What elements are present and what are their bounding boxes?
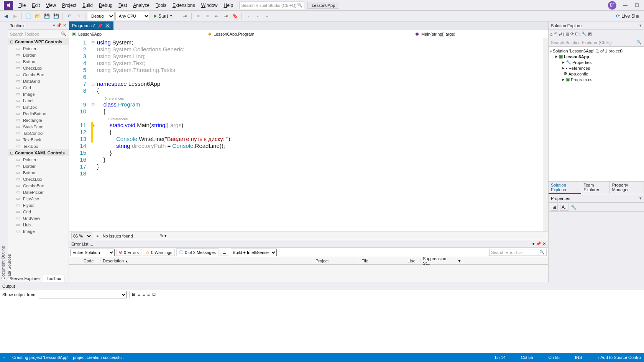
- start-debug-button[interactable]: Start ▼: [151, 12, 176, 20]
- col-suppression[interactable]: Suppression St...: [421, 256, 455, 265]
- filter-button[interactable]: ⚊: [220, 249, 229, 256]
- toolbox-item[interactable]: ▭Grid: [8, 208, 69, 215]
- toolbox-item[interactable]: ▭Border: [8, 163, 69, 169]
- menu-analyze[interactable]: Analyze: [130, 1, 153, 10]
- output-source-dropdown[interactable]: [39, 291, 127, 298]
- output-toolbar-icon[interactable]: ⊟: [132, 292, 135, 297]
- categorized-icon[interactable]: ⊞: [551, 204, 558, 211]
- close-icon[interactable]: ✕: [542, 241, 546, 246]
- menu-test[interactable]: Test: [115, 1, 130, 10]
- output-toolbar-icon[interactable]: ≡: [147, 292, 150, 297]
- tree-item-appconfig[interactable]: ⚙App.config: [550, 71, 642, 77]
- toolbox-item[interactable]: ▭ComboBox: [8, 182, 69, 189]
- output-toolbar-icon[interactable]: ≡: [138, 292, 140, 297]
- tree-item-references[interactable]: ▸▪References: [550, 65, 642, 71]
- toolbar-icon[interactable]: ▫: [263, 12, 271, 20]
- user-avatar[interactable]: ЕГ: [608, 1, 616, 10]
- platform-dropdown[interactable]: Any CPU: [115, 12, 150, 20]
- alphabetical-icon[interactable]: A↓: [560, 204, 568, 211]
- toolbox-item[interactable]: ▭Rectangle: [8, 117, 69, 123]
- source-dropdown[interactable]: Build + IntelliSense: [231, 249, 277, 256]
- comment-icon[interactable]: ≡: [194, 12, 202, 20]
- toolbox-item[interactable]: ▭DatePicker: [8, 189, 69, 195]
- tab-solution-explorer[interactable]: Solution Explorer: [549, 182, 581, 194]
- indent-icon[interactable]: ⇤: [212, 12, 221, 20]
- tab-property-manager[interactable]: Property Manager: [610, 182, 644, 194]
- quick-launch-search[interactable]: Search Visual Studio (Ctrl+Q) 🔍: [239, 2, 304, 9]
- toolbox-item[interactable]: ▭GridView: [8, 215, 69, 221]
- dropdown-icon[interactable]: ▾: [639, 196, 642, 201]
- toolbox-item[interactable]: ▭CheckBox: [8, 65, 69, 71]
- brush-icon[interactable]: ✎ ▾: [160, 233, 167, 238]
- scroll-overview[interactable]: [543, 38, 548, 231]
- solution-explorer-search[interactable]: Search Solution Explorer (Ctrl+;) 🔍: [549, 38, 644, 47]
- toolbox-item[interactable]: ▭RadioButton: [8, 110, 69, 117]
- document-tab-program[interactable]: Program.cs* 📌 ✕: [69, 21, 113, 30]
- error-list-search[interactable]: Search Error List 🔍: [489, 249, 547, 256]
- tab-team-explorer[interactable]: Team Explorer: [581, 182, 610, 194]
- menu-project[interactable]: Project: [59, 1, 79, 10]
- dropdown-icon[interactable]: ▾: [639, 23, 642, 28]
- toolbox-section[interactable]: ▢ Common XAML Controls: [8, 149, 69, 156]
- toolbox-item[interactable]: ▭Grid: [8, 84, 69, 91]
- config-dropdown[interactable]: Debug: [88, 12, 115, 20]
- toolbox-item[interactable]: ▭StackPanel: [8, 123, 69, 130]
- scope-dropdown[interactable]: Entire Solution: [71, 249, 115, 256]
- new-project-icon[interactable]: 📄: [24, 12, 33, 20]
- toolbar-icon[interactable]: ▫: [253, 12, 262, 20]
- nav-project-dropdown[interactable]: ▣ Lesson6App: [69, 31, 205, 36]
- document-outline-tab[interactable]: Document Outline: [0, 24, 6, 282]
- messages-filter[interactable]: ⓘ0 of 2 Messages: [176, 248, 219, 256]
- menu-help[interactable]: Help: [220, 1, 236, 10]
- toolbox-item[interactable]: ▭TextBox: [8, 143, 69, 149]
- project-node[interactable]: ▸▣Lesson6App: [550, 54, 642, 59]
- toolbox-item[interactable]: ▭Border: [8, 52, 69, 58]
- filter-icon[interactable]: ▼: [455, 259, 464, 263]
- toolbox-item[interactable]: ▭Hub: [8, 221, 69, 228]
- zoom-dropdown[interactable]: 86 %: [71, 233, 92, 239]
- menu-tools[interactable]: Tools: [153, 1, 169, 10]
- tree-item-programcs[interactable]: ▸▣Program.cs: [550, 77, 642, 82]
- col-code[interactable]: Code: [81, 259, 100, 263]
- toolbox-item[interactable]: ▭Button: [8, 58, 69, 65]
- toolbox-item[interactable]: ▭Pointer: [8, 156, 69, 163]
- undo-button[interactable]: ↶: [65, 12, 74, 20]
- save-all-icon[interactable]: 💾: [52, 12, 60, 20]
- toolbox-item[interactable]: ▭TabControl: [8, 130, 69, 136]
- back-button[interactable]: ◀: [2, 12, 10, 20]
- refresh-icon[interactable]: ⟳: [570, 31, 574, 36]
- home-icon[interactable]: ⌂: [550, 32, 553, 36]
- redo-button[interactable]: ↷: [74, 12, 83, 20]
- maximize-button[interactable]: ☐: [631, 3, 642, 8]
- menu-extensions[interactable]: Extensions: [169, 1, 198, 10]
- minimize-button[interactable]: —: [619, 3, 631, 8]
- preview-icon[interactable]: ◩: [588, 31, 592, 36]
- uncomment-icon[interactable]: ≡: [203, 12, 212, 20]
- toolbox-item[interactable]: ▭Button: [8, 169, 69, 176]
- menu-edit[interactable]: Edit: [29, 1, 43, 10]
- toolbox-item[interactable]: ▭FlipView: [8, 195, 69, 202]
- toolbox-item[interactable]: ▭TextBlock: [8, 136, 69, 143]
- open-file-icon[interactable]: 📂: [33, 12, 42, 20]
- code-editor[interactable]: 123456789101112131415161718 ⊟⊟⊟⊟ using S…: [69, 38, 548, 231]
- show-all-icon[interactable]: ▦: [565, 31, 569, 36]
- errors-filter[interactable]: ⊘0 Errors: [116, 249, 141, 256]
- toolbox-item[interactable]: ▭Image: [8, 228, 69, 234]
- pin-icon[interactable]: 📌: [98, 24, 102, 28]
- solution-node[interactable]: ▫Solution 'Lesson6App' (1 of 1 project): [550, 48, 642, 54]
- toolbox-item[interactable]: ▭ComboBox: [8, 71, 69, 78]
- properties-icon[interactable]: 🔧: [582, 31, 587, 36]
- source-control-button[interactable]: ↑ Add to Source Contro: [597, 355, 641, 360]
- server-explorer-tab[interactable]: Server Explorer: [8, 275, 43, 282]
- menu-window[interactable]: Window: [198, 1, 221, 10]
- menu-view[interactable]: View: [43, 1, 59, 10]
- collapse-icon[interactable]: ⊟: [575, 31, 578, 36]
- toolbox-item[interactable]: ▭Image: [8, 91, 69, 97]
- live-share-button[interactable]: ⟳ Live Sha: [613, 13, 642, 19]
- toolbox-item[interactable]: ▭Pointer: [8, 45, 69, 52]
- tree-item-properties[interactable]: ▸🔧Properties: [550, 59, 642, 65]
- toolbox-item[interactable]: ▭Label: [8, 97, 69, 104]
- nav-method-dropdown[interactable]: ◉ Main(string[] args): [412, 31, 548, 36]
- toolbox-search[interactable]: Search Toolbox 🔍: [8, 30, 69, 38]
- nav-class-dropdown[interactable]: ◆ Lesson6App.Program: [205, 31, 412, 36]
